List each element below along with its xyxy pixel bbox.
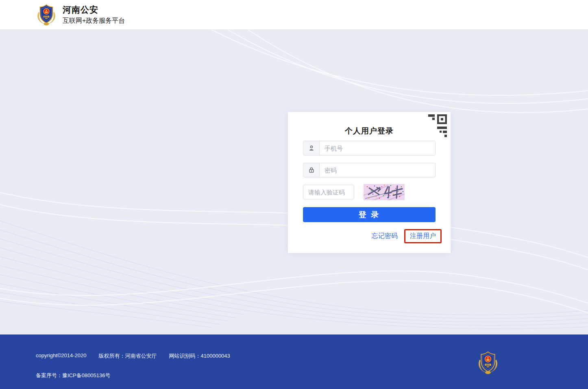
phone-input[interactable] [320,141,435,155]
footer-line1: copyright©2014-2020 版权所有：河南省公安厅 网站识别码：41… [36,352,230,360]
captcha-image[interactable] [364,184,405,200]
password-input[interactable] [320,163,435,177]
rights-text: 版权所有：河南省公安厅 [99,352,157,360]
site-code-text: 网站识别码：4100000043 [169,352,230,360]
footer-police-badge-icon [477,350,499,375]
police-badge-logo-icon [36,3,57,26]
login-button[interactable]: 登 录 [303,207,436,222]
lock-icon [303,163,320,177]
user-icon [303,141,320,155]
footer: copyright©2014-2020 版权所有：河南省公安厅 网站识别码：41… [0,334,588,389]
login-card: 个人用户登录 [288,112,451,253]
login-title: 个人用户登录 [288,126,451,136]
login-links: 忘记密码 注册用户 [372,229,442,243]
header-titles: 河南公安 互联网+政务服务平台 [63,4,125,25]
captcha-row [303,184,436,200]
site-title: 河南公安 [63,4,125,15]
phone-field [303,141,436,155]
main-area: 个人用户登录 [0,30,588,334]
captcha-input[interactable] [303,185,354,199]
copyright-text: copyright©2014-2020 [36,352,87,360]
forgot-password-link[interactable]: 忘记密码 [372,232,398,240]
register-link[interactable]: 注册用户 [404,229,442,243]
record-number-text: 备案序号：豫ICP备08005136号 [36,372,111,378]
footer-line2: 备案序号：豫ICP备08005136号 [36,372,111,379]
password-field [303,163,436,177]
header: 河南公安 互联网+政务服务平台 [0,0,588,30]
site-subtitle: 互联网+政务服务平台 [63,17,125,25]
